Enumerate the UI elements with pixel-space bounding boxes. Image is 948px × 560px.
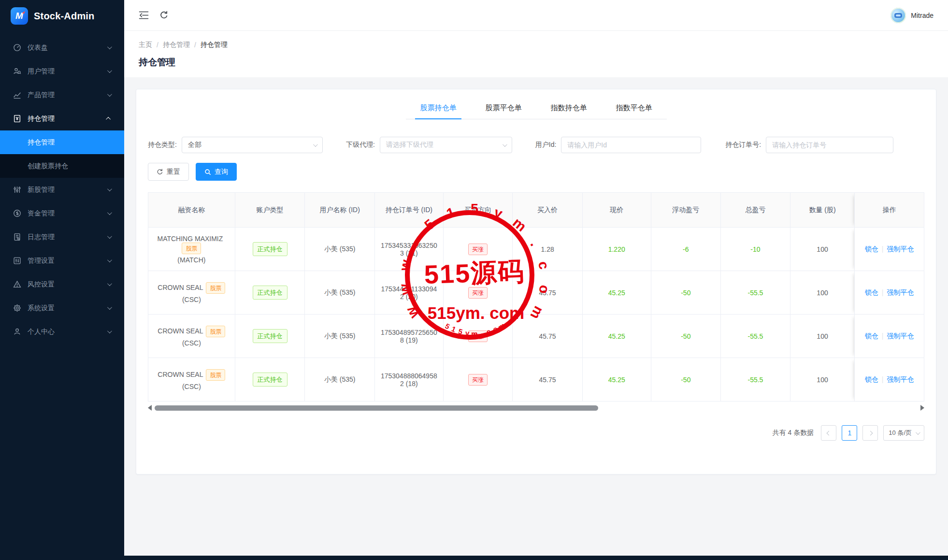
- buy-price: 45.75: [513, 315, 583, 358]
- topbar: Mitrade: [124, 0, 948, 31]
- reset-button[interactable]: 重置: [148, 163, 189, 181]
- stock-code: (CSC): [153, 383, 230, 390]
- stock-type-tag: 股票: [206, 369, 225, 381]
- stock-type-tag: 股票: [206, 282, 225, 294]
- sidebar-item-system[interactable]: 系统设置: [0, 296, 124, 320]
- page-size-select[interactable]: 10 条/页: [883, 425, 924, 441]
- profile-icon: [13, 328, 21, 336]
- lock-position-link[interactable]: 锁仓: [865, 375, 878, 383]
- sidebar-item-profile[interactable]: 个人中心: [0, 320, 124, 344]
- positions-card: 股票持仓单 股票平仓单 指数持仓单 指数平仓单 持仓类型: 全部 下级代理:: [136, 89, 936, 474]
- sidebar-submenu-positions: 持仓管理 创建股票持仓: [0, 130, 124, 178]
- current-page-button[interactable]: 1: [842, 425, 857, 441]
- buy-price: 1.28: [513, 228, 583, 271]
- force-close-link[interactable]: 强制平仓: [887, 332, 914, 340]
- username: Mitrade: [911, 12, 934, 19]
- total-count: 共有 4 条数据: [773, 429, 814, 437]
- current-price: 45.25: [582, 358, 651, 402]
- sidebar-item-admin-settings[interactable]: 管理设置: [0, 249, 124, 273]
- breadcrumb-home[interactable]: 主页: [139, 41, 152, 49]
- query-button[interactable]: 查询: [196, 163, 237, 181]
- account-type-tag: 正式持仓: [253, 373, 287, 387]
- scrollbar-thumb[interactable]: [155, 405, 598, 411]
- table-row: CROWN SEAL股票(CSC) 正式持仓 小美 (535) 17530489…: [148, 315, 924, 358]
- col-user-name: 用户名称 (ID): [305, 193, 375, 228]
- prev-page-button[interactable]: [821, 425, 836, 441]
- app-root: M Stock-Admin 仪表盘 用户管理 产品管理 持仓管理: [0, 0, 948, 560]
- user-menu[interactable]: Mitrade: [891, 8, 934, 23]
- tab-stock-open-orders[interactable]: 股票持仓单: [406, 98, 471, 119]
- collapse-sidebar-icon[interactable]: [139, 11, 149, 20]
- tab-stock-closed-orders[interactable]: 股票平仓单: [471, 98, 536, 119]
- content: 股票持仓单 股票平仓单 指数持仓单 指数平仓单 持仓类型: 全部 下级代理:: [124, 77, 948, 560]
- sidebar-item-positions[interactable]: 持仓管理: [0, 107, 124, 130]
- chevron-down-icon: [107, 92, 112, 97]
- refresh-icon[interactable]: [159, 11, 169, 20]
- buy-price: 45.75: [513, 358, 583, 402]
- order-no: 1753444811330942 (20): [375, 271, 444, 315]
- current-price: 45.25: [582, 271, 651, 315]
- stock-code: (MATCH): [153, 256, 230, 264]
- table-row: CROWN SEAL股票(CSC) 正式持仓 小美 (535) 17534448…: [148, 271, 924, 315]
- sidebar-item-logs[interactable]: 日志管理: [0, 225, 124, 249]
- col-quantity: 数量 (股): [790, 193, 855, 228]
- tab-index-open-orders[interactable]: 指数持仓单: [536, 98, 602, 119]
- sub-agent-select[interactable]: 请选择下级代理: [380, 137, 512, 153]
- col-account-type: 账户类型: [235, 193, 305, 228]
- sidebar-item-ipo[interactable]: 新股管理: [0, 178, 124, 201]
- sidebar-subitem-create-stock-position[interactable]: 创建股票持仓: [0, 154, 124, 178]
- quantity: 100: [790, 315, 855, 358]
- sidebar-item-dashboard[interactable]: 仪表盘: [0, 36, 124, 59]
- breadcrumb-positions[interactable]: 持仓管理: [163, 41, 190, 49]
- scroll-right-icon[interactable]: [920, 405, 924, 411]
- col-stock-name: 融资名称: [148, 193, 235, 228]
- direction-tag: 买涨: [468, 374, 488, 386]
- stock-name: CROWN SEAL: [158, 327, 203, 335]
- admin-settings-icon: [13, 257, 21, 265]
- stock-type-tag: 股票: [182, 243, 201, 254]
- order-no: 1753048957256508 (19): [375, 315, 444, 358]
- order-no-input[interactable]: [772, 141, 887, 149]
- position-type-select[interactable]: 全部: [182, 137, 323, 153]
- col-order-no: 持仓订单号 (ID): [375, 193, 444, 228]
- user-name: 小美 (535): [305, 358, 375, 402]
- col-total-pl: 总盈亏: [721, 193, 790, 228]
- action-buttons: 重置 查询: [148, 163, 924, 181]
- sidebar-item-products[interactable]: 产品管理: [0, 83, 124, 107]
- sidebar-item-risk[interactable]: 风控设置: [0, 273, 124, 296]
- direction-tag: 买涨: [468, 330, 488, 342]
- app-logo-icon: M: [11, 7, 28, 25]
- horizontal-scrollbar[interactable]: [148, 405, 924, 411]
- order-no-field: [766, 137, 893, 153]
- lock-position-link[interactable]: 锁仓: [865, 332, 878, 340]
- account-type-tag: 正式持仓: [253, 242, 287, 256]
- account-type-tag: 正式持仓: [253, 286, 287, 300]
- user-id-input[interactable]: [567, 141, 695, 149]
- chevron-down-icon: [107, 68, 112, 73]
- force-close-link[interactable]: 强制平仓: [887, 245, 914, 253]
- col-current-price: 现价: [582, 193, 651, 228]
- sidebar-item-users[interactable]: 用户管理: [0, 59, 124, 83]
- products-icon: [13, 91, 21, 100]
- lock-position-link[interactable]: 锁仓: [865, 288, 878, 296]
- total-pl: -55.5: [721, 271, 790, 315]
- scrollbar-track[interactable]: [154, 405, 919, 411]
- force-close-link[interactable]: 强制平仓: [887, 288, 914, 296]
- scroll-left-icon[interactable]: [148, 405, 152, 411]
- user-name: 小美 (535): [305, 271, 375, 315]
- tab-index-closed-orders[interactable]: 指数平仓单: [602, 98, 667, 119]
- lock-position-link[interactable]: 锁仓: [865, 245, 878, 253]
- stock-type-tag: 股票: [206, 326, 225, 337]
- chevron-down-icon: [107, 234, 112, 239]
- chevron-left-icon: [826, 431, 831, 435]
- quantity: 100: [790, 358, 855, 402]
- force-close-link[interactable]: 强制平仓: [887, 375, 914, 383]
- ipo-icon: [13, 186, 21, 194]
- chevron-down-icon: [313, 142, 318, 147]
- current-price: 45.25: [582, 315, 651, 358]
- sidebar-item-funds[interactable]: 资金管理: [0, 201, 124, 225]
- chevron-down-icon: [503, 142, 507, 147]
- next-page-button[interactable]: [862, 425, 878, 441]
- stock-name: CROWN SEAL: [158, 284, 203, 291]
- sidebar-subitem-positions[interactable]: 持仓管理: [0, 130, 124, 154]
